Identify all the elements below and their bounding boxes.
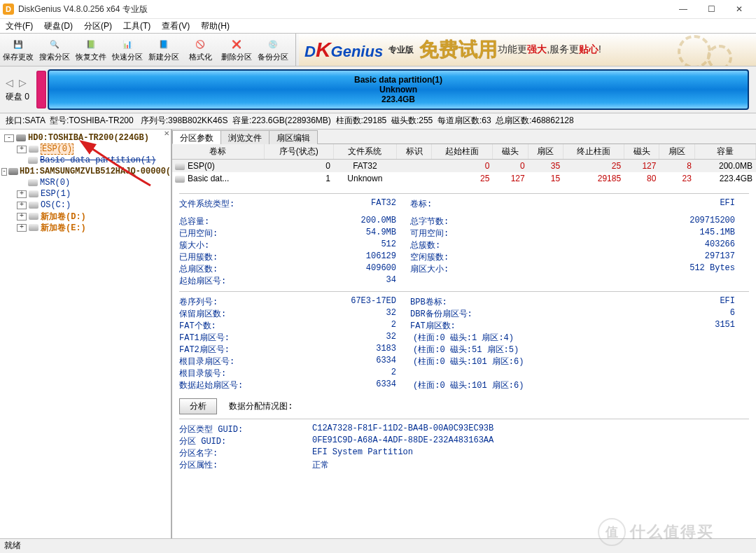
grid-header[interactable]: 磁头 — [624, 144, 659, 160]
menubar: 文件(F)硬盘(D)分区(P)工具(T)查看(V)帮助(H) — [0, 19, 756, 33]
toolbar-button[interactable]: 💾保存更改 — [0, 34, 36, 66]
toolbar-label: 快速分区 — [112, 52, 143, 62]
detail-line: 总容量:200.0MB总字节数:209715200 — [179, 216, 749, 227]
banner-ad[interactable]: DKGenius 专业版 免费试用 功能更强大,服务更贴心! — [299, 34, 756, 66]
menu-item[interactable]: 文件(F) — [3, 19, 36, 34]
menu-item[interactable]: 帮助(H) — [198, 19, 232, 34]
nav-forward-icon[interactable]: ▷ — [19, 77, 27, 88]
grid-header[interactable]: 标识 — [396, 144, 431, 160]
toolbar-label: 删除分区 — [221, 52, 252, 62]
tree-row[interactable]: -HD0:TOSHIBA-TR200(224GB) — [1, 132, 169, 144]
tree-toggle-icon[interactable]: - — [1, 168, 7, 176]
detail-line: 已用簇数:106129空闲簇数:297137 — [179, 251, 749, 263]
toolbar-button[interactable]: ❌删除分区 — [218, 34, 255, 66]
gear-decoration — [669, 34, 753, 66]
menu-item[interactable]: 工具(T) — [120, 19, 153, 34]
grid-header[interactable]: 文件系统 — [333, 144, 396, 160]
partition-block-fs: Unknown — [379, 85, 417, 94]
tree-pane: ✕ -HD0:TOSHIBA-TR200(224GB)+ESP(0)Basic … — [0, 130, 172, 544]
tree-row[interactable]: +ESP(0) — [1, 144, 169, 155]
toolbar-row: 💾保存更改🔍搜索分区📗恢复文件📊快速分区📘新建分区🚫格式化❌删除分区💿备份分区 … — [0, 33, 756, 66]
banner-headline: 免费试用 — [419, 36, 498, 63]
tabs: 分区参数浏览文件扇区编辑 — [172, 130, 756, 144]
partition-icon — [175, 163, 185, 170]
detail-line: 文件系统类型:FAT32卷标:EFI — [179, 198, 749, 210]
grid-header[interactable]: 卷标 — [172, 144, 264, 160]
detail-line: FAT1扇区号:32(柱面:0 磁头:1 扇区:4) — [179, 332, 749, 344]
toolbar-button[interactable]: 💿备份分区 — [255, 34, 291, 66]
toolbar-button[interactable]: 📊快速分区 — [109, 34, 146, 66]
grid-header[interactable]: 序号(状态) — [264, 144, 333, 160]
toolbar-icon: 📘 — [155, 37, 172, 51]
detail-line: 簇大小:512总簇数:403266 — [179, 239, 749, 251]
toolbar-button[interactable]: 🔍搜索分区 — [36, 34, 73, 66]
partition-grid[interactable]: 卷标序号(状态)文件系统标识起始柱面磁头扇区终止柱面磁头扇区容量 ESP(0)0… — [172, 144, 756, 185]
toolbar-label: 保存更改 — [3, 52, 34, 62]
toolbar-icon: 📊 — [119, 37, 136, 51]
table-row[interactable]: Basic dat...1Unknown2512715291858023223.… — [172, 172, 756, 185]
tab[interactable]: 扇区编辑 — [269, 130, 318, 144]
grid-header[interactable]: 磁头 — [493, 144, 528, 160]
tree-toggle-icon[interactable]: + — [17, 146, 27, 153]
tree-toggle-icon[interactable]: + — [17, 213, 27, 220]
detail-line: 根目录扇区号:6334(柱面:0 磁头:101 扇区:6) — [179, 356, 749, 368]
menu-item[interactable]: 分区(P) — [81, 19, 115, 34]
toolbar-button[interactable]: 📗恢复文件 — [73, 34, 109, 66]
partition-icon — [27, 178, 38, 188]
tree-label: 新加卷(D:) — [41, 211, 86, 223]
partition-icon — [28, 223, 39, 232]
menu-item[interactable]: 查看(V) — [159, 19, 192, 34]
toolbar-separator — [291, 34, 296, 66]
nav-back-icon[interactable]: ◁ — [6, 77, 13, 88]
disk-esp-sliver[interactable] — [36, 71, 46, 108]
tree-row[interactable]: +新加卷(E:) — [1, 222, 169, 233]
tab[interactable]: 分区参数 — [172, 130, 221, 144]
tree-label: OS(C:) — [41, 200, 71, 210]
tree-row[interactable]: -HD1:SAMSUNGMZVLB512HAJQ-00000(47 — [1, 166, 169, 177]
toolbar-icon: 🔍 — [46, 37, 63, 51]
table-row[interactable]: ESP(0)0FAT320035251278200.0MB — [172, 160, 756, 173]
detail-line: 分区属性:正常 — [179, 459, 749, 471]
detail-line: 分区 GUID:0FE91C9D-A68A-4ADF-88DE-232A4831… — [179, 435, 749, 447]
tree-toggle-icon[interactable]: + — [17, 190, 27, 198]
detail-line: 分区类型 GUID:C12A7328-F81F-11D2-BA4B-00A0C9… — [179, 424, 749, 435]
grid-header[interactable]: 扇区 — [528, 144, 563, 160]
partition-tree[interactable]: -HD0:TOSHIBA-TR200(224GB)+ESP(0)Basic da… — [0, 130, 171, 236]
tree-toggle-icon[interactable]: + — [17, 202, 27, 209]
right-pane: 分区参数浏览文件扇区编辑 卷标序号(状态)文件系统标识起始柱面磁头扇区终止柱面磁… — [172, 130, 756, 544]
toolbar-icon: 💾 — [10, 37, 27, 51]
toolbar-label: 备份分区 — [258, 52, 288, 62]
tree-row[interactable]: MSR(0) — [1, 177, 169, 188]
menu-item[interactable]: 硬盘(D) — [41, 19, 76, 34]
tree-toggle-icon[interactable]: - — [4, 134, 14, 142]
minimize-button[interactable]: — — [669, 1, 697, 18]
tree-toggle-icon[interactable]: + — [17, 224, 27, 232]
detail-line: 卷序列号:67E3-17EDBPB卷标:EFI — [179, 296, 749, 308]
tree-close-icon[interactable]: ✕ — [164, 130, 169, 137]
partition-icon — [175, 176, 185, 183]
partition-details: 文件系统类型:FAT32卷标:EFI 总容量:200.0MB总字节数:20971… — [172, 185, 756, 475]
disk-icon — [8, 167, 18, 176]
grid-header-row: 卷标序号(状态)文件系统标识起始柱面磁头扇区终止柱面磁头扇区容量 — [172, 144, 756, 160]
grid-header[interactable]: 终止柱面 — [564, 144, 624, 160]
analyze-button[interactable]: 分析 — [179, 398, 217, 414]
detail-line: FAT2扇区号:3183(柱面:0 磁头:51 扇区:5) — [179, 344, 749, 356]
disk-partition-block[interactable]: Basic data partition(1) Unknown 223.4GB — [48, 69, 749, 110]
maximize-button[interactable]: ☐ — [697, 1, 725, 18]
tree-label: 新加卷(E:) — [41, 222, 86, 234]
partition-block-name: Basic data partition(1) — [354, 75, 442, 85]
grid-header[interactable]: 扇区 — [659, 144, 694, 160]
analyze-label: 数据分配情况图: — [229, 402, 293, 412]
close-button[interactable]: ✕ — [725, 1, 753, 18]
toolbar-label: 新建分区 — [148, 52, 179, 62]
grid-header[interactable]: 起始柱面 — [432, 144, 493, 160]
toolbar-button[interactable]: 📘新建分区 — [146, 34, 182, 66]
toolbar-button[interactable]: 🚫格式化 — [182, 34, 218, 66]
tree-row[interactable]: Basic data partition(1) — [1, 155, 169, 166]
tree-row[interactable]: +新加卷(D:) — [1, 211, 169, 222]
tab[interactable]: 浏览文件 — [220, 130, 270, 144]
tree-row[interactable]: +ESP(1) — [1, 188, 169, 200]
tree-row[interactable]: +OS(C:) — [1, 200, 169, 211]
grid-header[interactable]: 容量 — [694, 144, 755, 160]
toolbar-label: 恢复文件 — [76, 52, 106, 62]
